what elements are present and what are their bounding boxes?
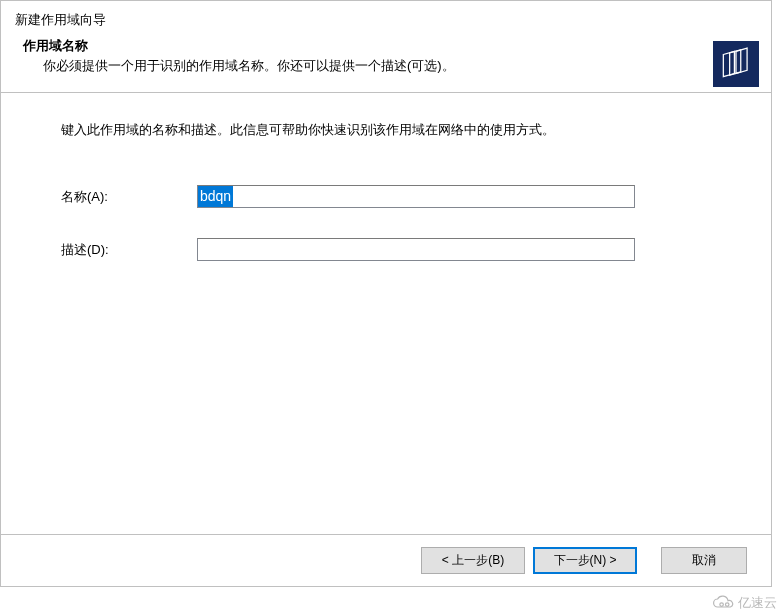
svg-point-1: [725, 603, 729, 607]
description-label: 描述(D):: [61, 241, 197, 259]
watermark: 亿速云: [712, 594, 777, 612]
name-label: 名称(A):: [61, 188, 197, 206]
scope-icon: [713, 41, 759, 87]
section-description: 你必须提供一个用于识别的作用域名称。你还可以提供一个描述(可选)。: [43, 57, 757, 75]
name-input[interactable]: bdqn: [197, 185, 635, 208]
cloud-icon: [712, 595, 736, 611]
wizard-footer: < 上一步(B) 下一步(N) > 取消: [1, 534, 771, 586]
back-button[interactable]: < 上一步(B): [421, 547, 525, 574]
window-title: 新建作用域向导: [15, 11, 757, 29]
wizard-header: 新建作用域向导 作用域名称 你必须提供一个用于识别的作用域名称。你还可以提供一个…: [1, 1, 771, 93]
section-title: 作用域名称: [23, 37, 757, 55]
wizard-dialog: 新建作用域向导 作用域名称 你必须提供一个用于识别的作用域名称。你还可以提供一个…: [0, 0, 772, 587]
watermark-text: 亿速云: [738, 594, 777, 612]
cancel-button[interactable]: 取消: [661, 547, 747, 574]
name-input-value: bdqn: [198, 186, 233, 207]
description-input[interactable]: [197, 238, 635, 261]
name-field-row: 名称(A): bdqn: [61, 185, 747, 208]
description-field-row: 描述(D):: [61, 238, 747, 261]
intro-text: 键入此作用域的名称和描述。此信息可帮助你快速识别该作用域在网络中的使用方式。: [61, 121, 747, 139]
wizard-content: 键入此作用域的名称和描述。此信息可帮助你快速识别该作用域在网络中的使用方式。 名…: [1, 93, 771, 534]
svg-point-0: [720, 603, 724, 607]
next-button[interactable]: 下一步(N) >: [533, 547, 637, 574]
